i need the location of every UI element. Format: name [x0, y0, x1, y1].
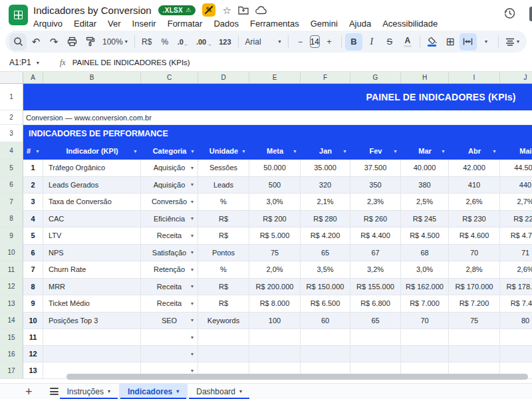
- kpi-value-cell[interactable]: 2,0%: [249, 261, 301, 279]
- kpi-num-cell[interactable]: 7: [23, 261, 43, 279]
- section-banner-cell[interactable]: INDICADORES DE PERFORMANCE: [23, 125, 532, 142]
- kpi-value-cell[interactable]: R$ 155.000: [350, 279, 401, 296]
- row-header-8[interactable]: 8: [0, 211, 23, 228]
- column-header-A[interactable]: A: [23, 72, 43, 84]
- xlsx-badge[interactable]: .XLSX ⚠: [158, 5, 196, 15]
- kpi-categoria-cell[interactable]: Satisfação▾: [141, 245, 198, 262]
- kpi-name-cell[interactable]: Leads Gerados: [43, 177, 141, 194]
- row-header-5[interactable]: 5: [0, 160, 23, 177]
- kpi-name-cell[interactable]: Ticket Médio: [43, 295, 141, 313]
- kpi-name-cell[interactable]: Taxa de Conversão: [43, 194, 141, 211]
- empty-cell[interactable]: [401, 329, 449, 346]
- kpi-value-cell[interactable]: 67: [350, 245, 401, 262]
- kpi-value-cell[interactable]: 100: [249, 313, 301, 330]
- dropdown-caret-icon[interactable]: ▾: [191, 199, 194, 205]
- document-title[interactable]: Indicadores by Conversion: [33, 5, 152, 16]
- kpi-value-cell[interactable]: R$ 5.000: [249, 227, 301, 245]
- kpi-value-cell[interactable]: R$ 4.600: [449, 227, 500, 245]
- kpi-value-cell[interactable]: 40.000: [401, 160, 449, 177]
- clipped-account-button[interactable]: [529, 7, 532, 21]
- empty-cell[interactable]: [449, 329, 500, 346]
- kpi-value-cell[interactable]: 2,3%: [350, 194, 401, 211]
- kpi-categoria-cell[interactable]: Aquisição▾: [141, 160, 198, 177]
- kpi-value-cell[interactable]: R$ 4.200: [301, 227, 350, 245]
- kpi-value-cell[interactable]: 2,6%: [500, 261, 532, 279]
- row-header-2[interactable]: 2: [0, 110, 23, 125]
- kpi-value-cell[interactable]: 50.000: [249, 160, 301, 177]
- kpi-name-cell[interactable]: MRR: [43, 279, 141, 296]
- menu-formatar[interactable]: Formatar: [168, 19, 203, 29]
- filter-icon[interactable]: ▼: [133, 149, 138, 154]
- strikethrough-button[interactable]: S: [381, 33, 398, 51]
- kpi-categoria-cell[interactable]: Receita▾: [141, 227, 198, 245]
- row-header-16[interactable]: 16: [0, 346, 23, 362]
- kpi-unidade-cell[interactable]: R$: [198, 227, 249, 245]
- table-header-0[interactable]: #▼: [23, 142, 43, 160]
- kpi-value-cell[interactable]: 2,1%: [301, 194, 350, 211]
- kpi-name-cell[interactable]: Tráfego Orgânico: [43, 160, 141, 177]
- menu-ferramentas[interactable]: Ferramentas: [250, 19, 299, 29]
- row-header-4[interactable]: 4: [0, 142, 23, 160]
- kpi-name-cell[interactable]: Churn Rate: [43, 261, 141, 279]
- kpi-value-cell[interactable]: R$ 6.800: [350, 295, 401, 313]
- dropdown-caret-icon[interactable]: ▾: [191, 249, 194, 255]
- empty-cell[interactable]: [249, 346, 301, 362]
- kpi-value-cell[interactable]: R$ 162.000: [401, 279, 449, 296]
- kpi-value-cell[interactable]: 2,7%: [500, 194, 532, 211]
- row-header-7[interactable]: 7: [0, 194, 23, 211]
- kpi-name-cell[interactable]: CAC: [43, 211, 141, 228]
- merge-cells-caret[interactable]: ▾: [477, 33, 495, 51]
- menu-editar[interactable]: Editar: [74, 19, 96, 29]
- kpi-categoria-cell[interactable]: Receita▾: [141, 295, 198, 313]
- row-header-17[interactable]: 17: [0, 362, 23, 379]
- sheets-logo-icon[interactable]: [9, 5, 28, 25]
- kpi-value-cell[interactable]: R$ 7.400: [500, 295, 532, 313]
- font-size-increase-button[interactable]: +: [321, 33, 338, 51]
- italic-button[interactable]: I: [363, 33, 380, 51]
- kpi-value-cell[interactable]: 75: [449, 313, 500, 330]
- kpi-num-cell[interactable]: 3: [23, 194, 43, 211]
- kpi-value-cell[interactable]: 68: [401, 245, 449, 262]
- row-header-15[interactable]: 15: [0, 329, 23, 346]
- menu-arquivo[interactable]: Arquivo: [33, 19, 63, 29]
- vertical-align-button[interactable]: ▾: [523, 33, 527, 51]
- kpi-name-cell[interactable]: NPS: [43, 245, 141, 262]
- horizontal-scrollbar[interactable]: [66, 374, 528, 380]
- dropdown-caret-icon[interactable]: ▾: [191, 317, 194, 323]
- dropdown-caret-icon[interactable]: ▾: [191, 301, 194, 307]
- kpi-unidade-cell[interactable]: Pontos: [198, 245, 249, 262]
- empty-cell[interactable]: [350, 329, 401, 346]
- move-folder-icon[interactable]: [238, 5, 249, 15]
- column-header-J[interactable]: J: [500, 72, 532, 84]
- sheet-tab-dashboard[interactable]: Dashboard ▾: [188, 384, 251, 399]
- kpi-value-cell[interactable]: R$ 280: [301, 211, 350, 228]
- dropdown-caret-icon[interactable]: ▾: [191, 334, 194, 340]
- kpi-value-cell[interactable]: 71: [500, 245, 532, 262]
- kpi-unidade-cell[interactable]: R$: [198, 295, 249, 313]
- kpi-categoria-cell[interactable]: Eficiência▾: [141, 211, 198, 228]
- kpi-num-cell[interactable]: 8: [23, 279, 43, 296]
- kpi-unidade-cell[interactable]: %: [198, 194, 249, 211]
- dropdown-caret-icon[interactable]: ▾: [191, 283, 194, 289]
- kpi-value-cell[interactable]: R$ 4.500: [401, 227, 449, 245]
- kpi-num-cell[interactable]: 13: [23, 362, 43, 379]
- kpi-name-cell[interactable]: LTV: [43, 227, 141, 245]
- table-header-8[interactable]: Abr▼: [449, 142, 500, 160]
- font-size-decrease-button[interactable]: −: [292, 33, 309, 51]
- table-header-4[interactable]: Meta▼: [249, 142, 301, 160]
- dropdown-caret-icon[interactable]: ▾: [191, 368, 194, 374]
- menu-gemini[interactable]: Gemini: [311, 19, 338, 29]
- horizontal-align-button[interactable]: ▾: [502, 33, 523, 51]
- kpi-value-cell[interactable]: 35.000: [301, 160, 350, 177]
- filter-icon[interactable]: ▼: [441, 149, 446, 154]
- kpi-value-cell[interactable]: R$ 178.000: [500, 279, 532, 296]
- column-header-E[interactable]: E: [249, 72, 301, 84]
- version-history-icon[interactable]: [503, 7, 516, 20]
- table-header-6[interactable]: Fev▼: [350, 142, 401, 160]
- editing-disabled-icon[interactable]: ✎: [202, 3, 215, 17]
- kpi-num-cell[interactable]: 6: [23, 245, 43, 262]
- kpi-value-cell[interactable]: R$ 7.000: [401, 295, 449, 313]
- filter-icon[interactable]: ▼: [241, 149, 246, 154]
- kpi-value-cell[interactable]: R$ 200: [249, 211, 301, 228]
- kpi-value-cell[interactable]: 500: [249, 177, 301, 194]
